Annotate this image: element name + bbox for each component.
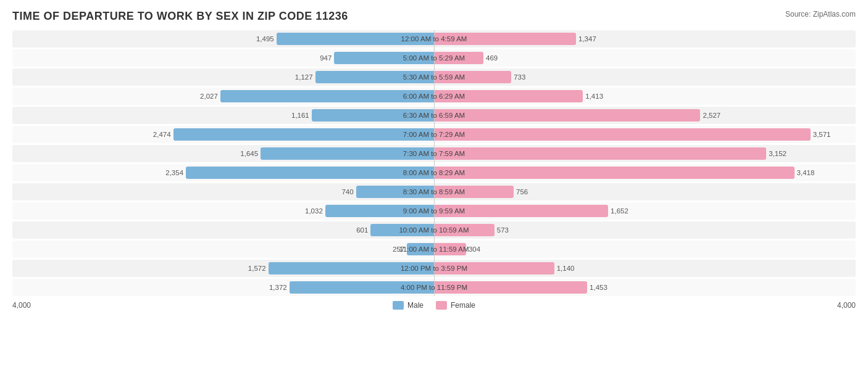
male-value: 1,572 xyxy=(248,265,266,272)
male-bar: 2,027 xyxy=(220,90,434,102)
male-value: 257 xyxy=(393,245,404,253)
male-bar: 257 xyxy=(407,243,434,255)
axis-row: 4,000 Male Female 4,000 xyxy=(12,301,856,310)
female-value: 573 xyxy=(497,226,509,234)
legend-female-label: Female xyxy=(451,301,475,310)
chart-container: TIME OF DEPARTURE TO WORK BY SEX IN ZIP … xyxy=(12,10,856,310)
legend-male: Male xyxy=(393,301,424,310)
bar-row: 1,6453,1527:30 AM to 7:59 AM xyxy=(12,145,856,162)
axis-right-label: 4,000 xyxy=(837,301,856,310)
male-bar: 1,161 xyxy=(312,109,434,122)
bar-row: 1,4951,34712:00 AM to 4:59 AM xyxy=(12,30,856,47)
male-value: 1,645 xyxy=(240,150,258,157)
female-bar: 1,652 xyxy=(434,205,608,217)
bars-container: 1,4951,34712:00 AM to 4:59 AM9474695:00 … xyxy=(12,30,856,296)
female-bar: 2,527 xyxy=(434,109,700,122)
bar-row: 2,3543,4188:00 AM to 8:29 AM xyxy=(12,164,856,181)
female-bar: 1,453 xyxy=(434,281,587,294)
bar-row: 1,0321,6529:00 AM to 9:59 AM xyxy=(12,202,856,220)
bar-row: 1,5721,14012:00 PM to 3:59 PM xyxy=(12,260,856,277)
axis-left-label: 4,000 xyxy=(12,301,31,310)
female-bar: 1,413 xyxy=(434,90,583,102)
chart-title: TIME OF DEPARTURE TO WORK BY SEX IN ZIP … xyxy=(12,10,348,23)
male-value: 947 xyxy=(320,54,332,62)
female-value: 3,152 xyxy=(769,150,787,157)
male-bar: 1,372 xyxy=(290,281,434,294)
female-bar: 1,140 xyxy=(434,262,554,274)
chart-header: TIME OF DEPARTURE TO WORK BY SEX IN ZIP … xyxy=(12,10,856,23)
chart-source: Source: ZipAtlas.com xyxy=(785,10,856,19)
male-bar: 947 xyxy=(334,52,434,64)
male-value: 2,474 xyxy=(153,131,171,138)
bar-row: 2,0271,4136:00 AM to 6:29 AM xyxy=(12,88,856,105)
bar-row: 1,3721,4534:00 PM to 11:59 PM xyxy=(12,279,856,296)
male-bar: 2,354 xyxy=(186,167,434,179)
male-bar: 740 xyxy=(356,186,434,198)
legend: Male Female xyxy=(393,301,475,310)
female-value: 469 xyxy=(486,54,498,62)
female-bar: 733 xyxy=(434,71,511,83)
male-value: 1,032 xyxy=(305,207,323,215)
female-bar: 469 xyxy=(434,52,483,64)
bar-row: 2,4743,5717:00 AM to 7:29 AM xyxy=(12,126,856,143)
female-value: 1,347 xyxy=(578,35,596,43)
male-value: 1,127 xyxy=(295,73,313,81)
male-value: 1,495 xyxy=(256,35,274,43)
male-value: 2,027 xyxy=(200,93,218,100)
female-value: 1,140 xyxy=(557,265,575,272)
bar-row: 60157310:00 AM to 10:59 AM xyxy=(12,221,856,239)
male-bar: 1,645 xyxy=(261,147,434,160)
female-value: 1,413 xyxy=(585,93,603,100)
male-bar: 1,495 xyxy=(277,33,434,45)
male-value: 740 xyxy=(341,188,353,196)
legend-female: Female xyxy=(436,301,475,310)
female-value: 756 xyxy=(516,188,528,196)
female-value: 2,527 xyxy=(703,112,720,119)
male-value: 601 xyxy=(356,226,368,234)
female-bar: 756 xyxy=(434,186,514,198)
male-bar: 601 xyxy=(370,224,434,236)
legend-male-box xyxy=(393,301,404,310)
male-bar: 1,127 xyxy=(315,71,434,83)
female-value: 304 xyxy=(469,245,480,253)
male-bar: 2,474 xyxy=(173,128,434,141)
legend-male-label: Male xyxy=(407,301,424,310)
bar-row: 25730411:00 AM to 11:59 AM xyxy=(12,241,856,258)
female-value: 1,453 xyxy=(590,284,607,291)
bar-row: 1,1612,5276:30 AM to 6:59 AM xyxy=(12,107,856,124)
bar-row: 7407568:30 AM to 8:59 AM xyxy=(12,183,856,200)
female-value: 3,571 xyxy=(813,131,831,138)
male-bar: 1,572 xyxy=(269,262,434,274)
female-bar: 3,418 xyxy=(434,167,795,179)
bar-row: 1,1277335:30 AM to 5:59 AM xyxy=(12,68,856,86)
legend-female-box xyxy=(436,301,447,310)
female-value: 733 xyxy=(514,73,525,81)
female-value: 1,652 xyxy=(611,207,628,215)
male-value: 1,161 xyxy=(291,112,309,119)
female-bar: 3,571 xyxy=(434,128,811,141)
bar-row: 9474695:00 AM to 5:29 AM xyxy=(12,49,856,67)
female-bar: 1,347 xyxy=(434,33,576,45)
female-value: 3,418 xyxy=(797,169,815,176)
rows-wrapper: 1,4951,34712:00 AM to 4:59 AM9474695:00 … xyxy=(12,30,856,296)
male-value: 2,354 xyxy=(165,169,183,176)
male-bar: 1,032 xyxy=(325,205,434,217)
female-bar: 3,152 xyxy=(434,147,766,160)
male-value: 1,372 xyxy=(269,284,287,291)
female-bar: 573 xyxy=(434,224,495,236)
female-bar: 304 xyxy=(434,243,466,255)
